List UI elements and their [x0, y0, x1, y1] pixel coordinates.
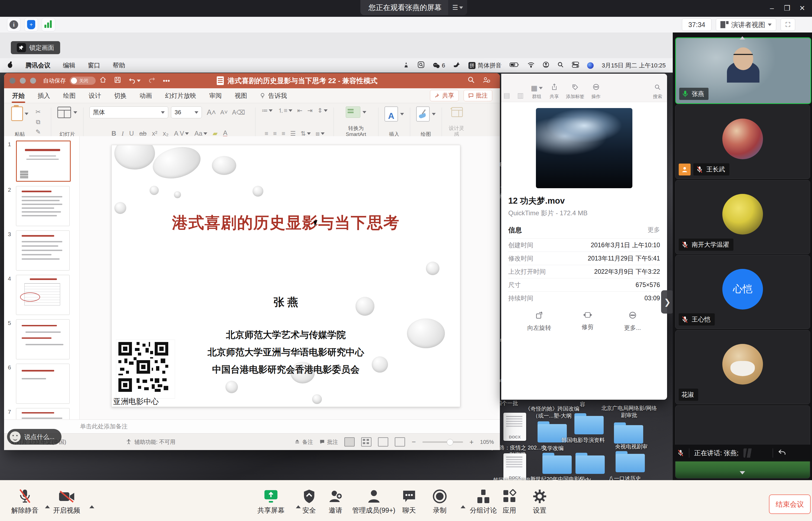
mic-options-chevron[interactable]	[45, 505, 50, 508]
menubar-datetime[interactable]: 3月15日 周二 上午10:25	[602, 62, 666, 70]
zoom-in-button[interactable]: +	[469, 438, 474, 446]
maximize-button[interactable]: ❒	[780, 1, 795, 16]
grow-font-button[interactable]: A˄	[207, 108, 216, 117]
comments-toggle-button[interactable]: 批注	[320, 438, 338, 446]
bird-app-icon[interactable]	[453, 62, 460, 70]
slide-thumbnail-3[interactable]: 3	[16, 230, 75, 271]
save-icon[interactable]	[114, 76, 121, 85]
tab-transitions[interactable]: 切换	[113, 89, 127, 103]
sidebar-expand-button[interactable]: ❯	[661, 290, 674, 314]
zoom-slider[interactable]	[422, 441, 463, 443]
apps-button[interactable]: 应用	[502, 488, 517, 515]
participant-tile-partial[interactable]	[675, 405, 810, 478]
folder-icon[interactable]	[616, 451, 645, 472]
traffic-minimize-button[interactable]	[20, 78, 26, 84]
cut-icon[interactable]: ✂	[36, 108, 41, 116]
apple-logo-icon[interactable]	[7, 61, 13, 70]
slide-sorter-view-button[interactable]	[361, 437, 371, 447]
folder-label[interactable]: 韩国电影导演资料	[553, 436, 613, 444]
slide-thumbnail-1[interactable]: 1	[16, 140, 75, 182]
reading-view-button[interactable]	[378, 437, 388, 447]
insert-textbox-button[interactable]: A 插入	[382, 105, 406, 138]
user-account-icon[interactable]	[543, 62, 549, 70]
view-toggle-icon[interactable]: ▤	[503, 91, 510, 100]
share-screen-button[interactable]: 共享屏幕	[257, 488, 284, 515]
paste-button[interactable]: 粘贴	[9, 105, 30, 138]
slide-thumbnail-4[interactable]: 4	[16, 275, 75, 315]
chat-button[interactable]: 聊天	[402, 488, 416, 515]
manage-members-button[interactable]: 管理成员(99+)	[352, 488, 395, 515]
finder-group-button[interactable]: ▦ 群组	[531, 84, 543, 100]
end-meeting-button[interactable]: 结束会议	[769, 495, 811, 514]
indent-button[interactable]: ⇥	[307, 107, 312, 114]
draw-button[interactable]: 绘图	[414, 105, 438, 138]
finder-share-button[interactable]: 共享	[550, 84, 559, 100]
slide-thumbnail-2[interactable]: 2	[16, 186, 75, 226]
minimize-button[interactable]: –	[764, 1, 780, 16]
ppt-notes-bar[interactable]: 单击此处添加备注	[4, 420, 500, 433]
autosave-toggle[interactable]: 关闭	[70, 77, 96, 85]
emoji-smiley-icon[interactable]	[10, 431, 21, 442]
fullscreen-button[interactable]: ⛶	[781, 18, 795, 31]
folder-icon[interactable]	[575, 453, 605, 474]
folder-label[interactable]: 文学改编	[523, 445, 583, 452]
spotlight-icon[interactable]	[557, 62, 564, 70]
security-button[interactable]: 安全	[302, 488, 316, 515]
menu-window[interactable]: 窗口	[88, 61, 100, 70]
comments-button[interactable]: 批注	[464, 90, 492, 101]
mic-muted-icon[interactable]	[677, 450, 684, 457]
search-icon[interactable]	[467, 76, 475, 85]
finder-tags-button[interactable]: 添加标签	[566, 84, 585, 100]
normal-view-button[interactable]	[344, 437, 355, 447]
zoom-knob[interactable]	[447, 439, 453, 446]
start-video-button[interactable]: 开启视频	[53, 488, 80, 515]
quick-comment-input[interactable]: 说点什么...	[7, 429, 62, 445]
clear-format-button[interactable]: A⌫	[232, 109, 245, 116]
unmute-button[interactable]: 解除静音	[12, 488, 39, 515]
font-family-select[interactable]: 黑体	[89, 107, 168, 118]
participant-tile-zhangyan[interactable]: 张燕	[675, 37, 811, 104]
participant-tile-nankai[interactable]: 南开大学温濯	[675, 180, 810, 254]
new-slide-button[interactable]: 幻灯片	[55, 105, 80, 138]
numbering-button[interactable]: ⒈≡	[278, 107, 292, 115]
folder-icon[interactable]	[543, 453, 572, 474]
meeting-info-button[interactable]: i	[7, 18, 21, 31]
traffic-close-button[interactable]	[9, 78, 16, 84]
copy-icon[interactable]: ⧉	[36, 118, 40, 126]
menu-edit[interactable]: 编辑	[63, 61, 75, 70]
input-method-status[interactable]: 拼 简体拼音	[468, 62, 502, 70]
wifi-icon[interactable]	[528, 62, 534, 69]
desktop-label[interactable]: 北京广电局网络影/网络剧审批	[599, 405, 659, 418]
record-button[interactable]: 录制	[433, 488, 447, 515]
line-spacing-button[interactable]: ⇕	[317, 107, 327, 114]
share-profile-icon[interactable]	[483, 76, 491, 85]
share-options-chevron[interactable]	[296, 505, 301, 508]
menu-app-name[interactable]: 腾讯会议	[25, 61, 50, 70]
participant-tile-wangxinkai[interactable]: 心恺 王心恺	[675, 255, 810, 329]
tab-home[interactable]: 开始	[12, 89, 25, 103]
shrink-font-button[interactable]: A˅	[220, 109, 228, 116]
scroll-down-chevron[interactable]	[740, 474, 745, 479]
vlc-icon[interactable]	[403, 62, 410, 70]
undo-button[interactable]	[129, 77, 140, 84]
info-more-button[interactable]: 更多	[648, 226, 660, 234]
slide-editor[interactable]: 港式喜剧的历史显影与当下思考 张 燕 北京师范大学艺术与传媒学院 北京师范大学亚…	[111, 145, 460, 407]
video-preview-thumbnail[interactable]	[536, 108, 632, 188]
tab-animations[interactable]: 动画	[139, 89, 153, 103]
format-painter-icon[interactable]: ✎	[36, 128, 41, 136]
home-icon[interactable]	[100, 76, 107, 85]
rotate-left-button[interactable]: 向左旋转	[527, 311, 551, 332]
search-window-icon[interactable]	[418, 61, 424, 70]
outdent-button[interactable]: ⇤	[297, 107, 302, 114]
video-options-chevron[interactable]	[89, 505, 94, 508]
slide-thumbnail-7[interactable]: 7 ★	[16, 408, 75, 420]
participant-tile-huashu[interactable]: 花淑	[675, 330, 810, 404]
tab-view[interactable]: 视图	[234, 89, 248, 103]
wechat-status[interactable]: 6	[433, 62, 445, 69]
trim-button[interactable]: 修剪	[582, 311, 594, 332]
finder-actions-button[interactable]: 操作	[591, 84, 601, 100]
redo-button[interactable]	[148, 76, 155, 85]
zoom-out-button[interactable]: −	[412, 438, 416, 446]
finder-search-button[interactable]: 搜索	[653, 84, 662, 100]
menu-help[interactable]: 帮助	[113, 61, 125, 70]
